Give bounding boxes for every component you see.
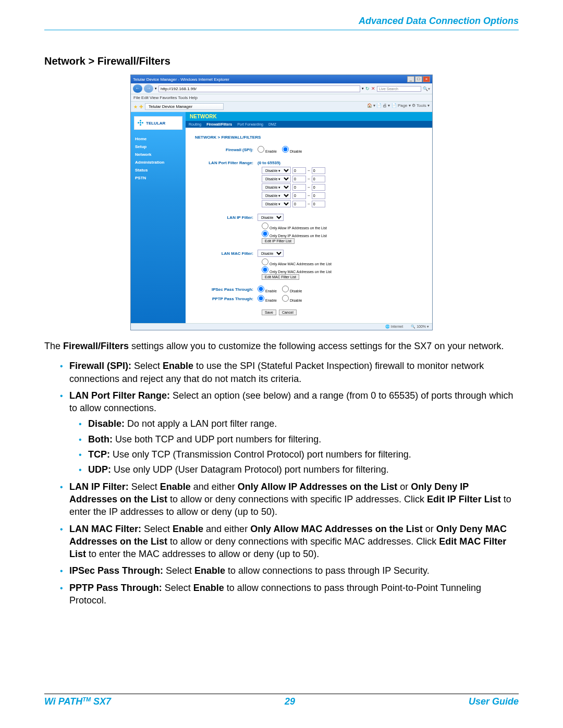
ipsec-disable-radio[interactable]: [282, 286, 289, 292]
add-favorite-icon[interactable]: ✚: [139, 104, 143, 109]
port-mode-select[interactable]: Disable ▾: [262, 192, 291, 199]
favorites-icon[interactable]: ★: [133, 104, 138, 109]
screenshot-figure: Telular Device Manager - Windows Interne…: [44, 75, 519, 330]
sidebar-item-network[interactable]: Network: [134, 151, 182, 158]
port-from-input[interactable]: [292, 184, 306, 191]
address-bar[interactable]: http://192.168.1.99/: [158, 85, 360, 92]
port-dash: ~: [308, 185, 310, 190]
port-from-input[interactable]: [292, 201, 306, 207]
search-box[interactable]: Live Search: [377, 86, 421, 92]
menu-bar[interactable]: File Edit View Favorites Tools Help: [131, 94, 432, 102]
zone-label: Internet: [390, 325, 403, 328]
port-from-input[interactable]: [292, 192, 306, 199]
port-to-input[interactable]: [312, 201, 325, 207]
intro-paragraph: The Firewall/Filters settings allow you …: [44, 340, 519, 352]
mac-deny-radio[interactable]: [262, 266, 268, 273]
port-mode-select[interactable]: Disable ▾: [262, 167, 291, 174]
edit-ip-list-button[interactable]: Edit IP Filter List: [262, 238, 295, 244]
ipsec-enable-radio[interactable]: [258, 286, 264, 292]
sidebar-item-status[interactable]: Status: [134, 166, 182, 174]
save-button[interactable]: Save: [262, 310, 276, 315]
ie-toolbar[interactable]: 🏠 ▾ 📄 🖨 ▾ 📄 Page ▾ ⚙ Tools ▾: [367, 103, 430, 110]
ip-filter-label: LAN IP Filter:: [195, 215, 258, 220]
footer-product: Wi PATHTM SX7: [44, 696, 111, 707]
bullet-item: Firewall (SPI): Select Enable to use the…: [60, 360, 519, 385]
telular-logo: TELULAR: [134, 116, 182, 130]
sidebar-item-pstn[interactable]: PSTN: [134, 174, 182, 182]
bullet-item: IPSec Pass Through: Select Enable to all…: [60, 564, 519, 577]
tab-label: Telular Device Manager: [149, 104, 192, 109]
mac-filter-label: LAN MAC Filter:: [195, 251, 258, 256]
enable-label: Enable: [265, 150, 277, 153]
subtab-bar[interactable]: RoutingFirewall/FiltersPort ForwardingDM…: [186, 121, 432, 128]
bullet-list: Firewall (SPI): Select Enable to use the…: [60, 360, 519, 607]
port-from-input[interactable]: [292, 167, 306, 174]
logo-text: TELULAR: [146, 121, 165, 126]
page-number: 29: [285, 696, 295, 707]
ip-deny-label: Only Deny IP Addresses on the List: [270, 234, 327, 238]
port-dash: ~: [308, 202, 310, 206]
pptp-disable-radio[interactable]: [282, 295, 289, 302]
port-dash: ~: [308, 177, 310, 181]
mac-filter-select[interactable]: Disable: [258, 250, 284, 257]
section-banner: NETWORK: [186, 112, 432, 121]
port-to-input[interactable]: [312, 184, 325, 191]
ipsec-label: IPSec Pass Through:: [195, 287, 258, 292]
firewall-disable-radio[interactable]: [282, 146, 289, 153]
ip-allow-label: Only Allow IP Addresses on the List: [270, 226, 327, 230]
mac-allow-radio[interactable]: [262, 258, 268, 265]
footer-guide: User Guide: [469, 696, 519, 707]
sidebar-item-administration[interactable]: Administration: [134, 158, 182, 166]
port-from-input[interactable]: [292, 176, 306, 182]
subtab-dmz[interactable]: DMZ: [268, 122, 276, 126]
back-button[interactable]: ←: [133, 84, 142, 93]
ip-allow-radio[interactable]: [262, 223, 268, 229]
section-heading: Network > Firewall/Filters: [44, 55, 519, 67]
pptp-label: PPTP Pass Through:: [195, 297, 258, 301]
firewall-enable-radio[interactable]: [258, 146, 264, 153]
mac-allow-label: Only Allow MAC Addresses on the List: [270, 262, 332, 266]
disable-label: Disable: [290, 299, 302, 302]
firewall-label: Firewall (SPI):: [195, 147, 258, 152]
subtab-portforwarding[interactable]: Port Forwarding: [237, 122, 263, 126]
sub-bullet: Disable: Do not apply a LAN port filter …: [79, 417, 519, 430]
edit-mac-list-button[interactable]: Edit MAC Filter List: [262, 274, 299, 280]
mac-deny-label: Only Deny MAC Addresses on the List: [270, 270, 332, 274]
sub-bullet: TCP: Use only TCP (Transmission Control …: [79, 448, 519, 461]
page-footer: Wi PATHTM SX7 29 User Guide: [44, 694, 519, 707]
port-dash: ~: [308, 168, 310, 173]
disable-label: Disable: [290, 150, 302, 153]
page-header: Advanced Data Connection Options: [44, 16, 519, 27]
subtab-routing[interactable]: Routing: [189, 122, 201, 126]
subtab-firewallfilters[interactable]: Firewall/Filters: [206, 122, 232, 126]
browser-tab[interactable]: Telular Device Manager: [145, 103, 224, 110]
sub-bullet: Both: Use both TCP and UDP port numbers …: [79, 433, 519, 446]
pptp-enable-radio[interactable]: [258, 295, 264, 302]
port-range-hint: (0 to 65535): [258, 161, 423, 165]
bullet-item: LAN IP Filter: Select Enable and either …: [60, 480, 519, 519]
disable-label: Disable: [290, 289, 302, 293]
content-breadcrumb: NETWORK > FIREWALL/FILTERS: [195, 135, 423, 140]
ip-deny-radio[interactable]: [262, 230, 268, 237]
port-mode-select[interactable]: Disable ▾: [262, 200, 291, 207]
bullet-item: LAN MAC Filter: Select Enable and either…: [60, 523, 519, 561]
port-to-input[interactable]: [312, 167, 325, 174]
sub-bullet: UDP: Use only UDP (User Datagram Protoco…: [79, 463, 519, 476]
window-controls[interactable]: _□×: [407, 76, 430, 82]
port-to-input[interactable]: [312, 176, 325, 182]
ip-filter-select[interactable]: Disable: [258, 214, 284, 221]
port-range-label: LAN Port Filter Range:: [195, 161, 258, 165]
sidebar-nav: HomeSetupNetworkAdministrationStatusPSTN: [134, 135, 182, 182]
port-to-input[interactable]: [312, 192, 325, 199]
sidebar-item-setup[interactable]: Setup: [134, 143, 182, 151]
window-title: Telular Device Manager - Windows Interne…: [133, 77, 229, 82]
sidebar-item-home[interactable]: Home: [134, 135, 182, 143]
bullet-item: LAN Port Filter Range: Select an option …: [60, 389, 519, 476]
cancel-button[interactable]: Cancel: [279, 310, 297, 315]
port-mode-select[interactable]: Disable ▾: [262, 175, 291, 182]
zoom-label: 🔍 100% ▾: [411, 325, 429, 329]
port-mode-select[interactable]: Disable ▾: [262, 183, 291, 191]
forward-button[interactable]: →: [144, 84, 153, 93]
bullet-item: PPTP Pass Through: Select Enable to allo…: [60, 582, 519, 607]
header-rule: [44, 30, 519, 30]
